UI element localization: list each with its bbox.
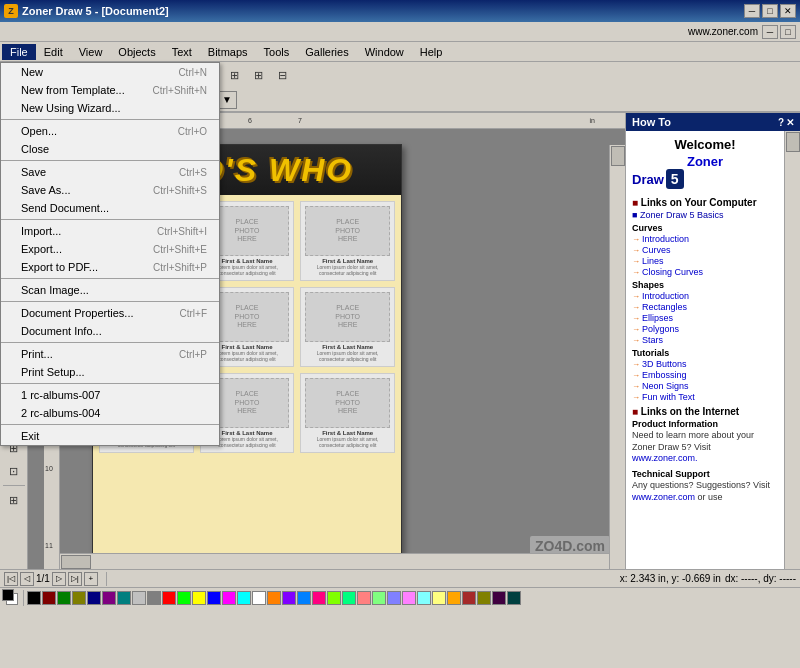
add-page-btn[interactable]: +	[84, 572, 98, 586]
menu-send-document[interactable]: Send Document...	[1, 199, 219, 217]
menu-exit[interactable]: Exit	[1, 427, 219, 445]
menu-bitmaps[interactable]: Bitmaps	[200, 44, 256, 60]
menu-galleries[interactable]: Galleries	[297, 44, 356, 60]
color-white[interactable]	[252, 591, 266, 605]
color-teal[interactable]	[507, 591, 521, 605]
menu-text[interactable]: Text	[164, 44, 200, 60]
closing-curves-link[interactable]: →Closing Curves	[632, 267, 778, 277]
3d-buttons-link[interactable]: →3D Buttons	[632, 359, 778, 369]
color-magenta[interactable]	[222, 591, 236, 605]
tb-grid-btn2[interactable]: ⊞	[247, 64, 269, 86]
menu-export-pdf[interactable]: Export to PDF...Ctrl+Shift+P	[1, 258, 219, 276]
embossing-link[interactable]: →Embossing	[632, 370, 778, 380]
color-salmon[interactable]	[357, 591, 371, 605]
color-periwinkle[interactable]	[387, 591, 401, 605]
color-blue[interactable]	[207, 591, 221, 605]
color-silver[interactable]	[132, 591, 146, 605]
menu-export[interactable]: Export...Ctrl+Shift+E	[1, 240, 219, 258]
lines-link[interactable]: →Lines	[632, 256, 778, 266]
color-darkblue[interactable]	[87, 591, 101, 605]
color-darkred[interactable]	[42, 591, 56, 605]
menu-print[interactable]: Print...Ctrl+P	[1, 345, 219, 363]
color-violet[interactable]	[282, 591, 296, 605]
extra-tool[interactable]: ⊞	[3, 489, 25, 511]
neon-signs-link[interactable]: →Neon Signs	[632, 381, 778, 391]
color-gold[interactable]	[447, 591, 461, 605]
menu-file[interactable]: File	[2, 44, 36, 60]
menu-open[interactable]: Open...Ctrl+O	[1, 122, 219, 140]
menu-view[interactable]: View	[71, 44, 111, 60]
last-page-btn[interactable]: ▷|	[68, 572, 82, 586]
menu-new[interactable]: NewCtrl+N	[1, 63, 219, 81]
howto-close-btn[interactable]: ✕	[786, 117, 794, 128]
menu-new-template[interactable]: New from Template...Ctrl+Shift+N	[1, 81, 219, 99]
color-aqua[interactable]	[417, 591, 431, 605]
menu-help[interactable]: Help	[412, 44, 451, 60]
right-panel-scrollbar-thumb[interactable]	[786, 132, 800, 152]
menu-window[interactable]: Window	[357, 44, 412, 60]
color-red[interactable]	[162, 591, 176, 605]
sub-minimize-button[interactable]: ─	[762, 25, 778, 39]
color-darkyellow[interactable]	[72, 591, 86, 605]
color-orchid[interactable]	[402, 591, 416, 605]
menu-save-as[interactable]: Save As...Ctrl+Shift+S	[1, 181, 219, 199]
color-lightgreen[interactable]	[372, 591, 386, 605]
howto-help-btn[interactable]: ?	[778, 117, 784, 128]
contour-tool[interactable]: ⊡	[3, 460, 25, 482]
canvas-scrollbar-h[interactable]	[60, 553, 609, 569]
polygons-link[interactable]: →Polygons	[632, 324, 778, 334]
scrollbar-thumb[interactable]	[611, 146, 625, 166]
menu-close[interactable]: Close	[1, 140, 219, 158]
tb-grid-btn1[interactable]: ⊞	[223, 64, 245, 86]
zoner-link-2[interactable]: www.zoner.com	[632, 492, 695, 502]
close-button[interactable]: ✕	[780, 4, 796, 18]
menu-recent-2[interactable]: 2 rc-albums-004	[1, 404, 219, 422]
color-green[interactable]	[177, 591, 191, 605]
next-page-btn[interactable]: ▷	[52, 572, 66, 586]
color-lime[interactable]	[327, 591, 341, 605]
color-lightyellow[interactable]	[432, 591, 446, 605]
color-pink[interactable]	[312, 591, 326, 605]
sub-restore-button[interactable]: □	[780, 25, 796, 39]
menu-doc-info[interactable]: Document Info...	[1, 322, 219, 340]
color-black[interactable]	[27, 591, 41, 605]
color-olive[interactable]	[477, 591, 491, 605]
color-darkgreen[interactable]	[57, 591, 71, 605]
curve-intro-link[interactable]: →Introduction	[632, 234, 778, 244]
menu-edit[interactable]: Edit	[36, 44, 71, 60]
menu-import[interactable]: Import...Ctrl+Shift+I	[1, 222, 219, 240]
color-yellow[interactable]	[192, 591, 206, 605]
color-lightblue[interactable]	[297, 591, 311, 605]
menu-scan-image[interactable]: Scan Image...	[1, 281, 219, 299]
canvas-scrollbar-v[interactable]	[609, 145, 625, 569]
color-maroon[interactable]	[492, 591, 506, 605]
scrollbar-hthumb[interactable]	[61, 555, 91, 569]
first-page-btn[interactable]: |◁	[4, 572, 18, 586]
stars-link[interactable]: →Stars	[632, 335, 778, 345]
menu-recent-1[interactable]: 1 rc-albums-007	[1, 386, 219, 404]
rectangles-link[interactable]: →Rectangles	[632, 302, 778, 312]
color-cyan[interactable]	[237, 591, 251, 605]
curves-link[interactable]: →Curves	[632, 245, 778, 255]
ellipses-link[interactable]: →Ellipses	[632, 313, 778, 323]
minimize-button[interactable]: ─	[744, 4, 760, 18]
menu-tools[interactable]: Tools	[256, 44, 298, 60]
menu-objects[interactable]: Objects	[110, 44, 163, 60]
color-darkpurple[interactable]	[102, 591, 116, 605]
zoner-link-1[interactable]: www.zoner.com.	[632, 453, 698, 463]
foreground-background-colors[interactable]	[2, 589, 20, 607]
tb-grid-btn3[interactable]: ⊟	[271, 64, 293, 86]
fun-with-text-link[interactable]: →Fun with Text	[632, 392, 778, 402]
menu-doc-properties[interactable]: Document Properties...Ctrl+F	[1, 304, 219, 322]
color-gray[interactable]	[147, 591, 161, 605]
prev-page-btn[interactable]: ◁	[20, 572, 34, 586]
shapes-intro-link[interactable]: →Introduction	[632, 291, 778, 301]
menu-save[interactable]: SaveCtrl+S	[1, 163, 219, 181]
color-orange[interactable]	[267, 591, 281, 605]
right-panel-scrollbar[interactable]	[784, 131, 800, 569]
restore-button[interactable]: □	[762, 4, 778, 18]
color-brown[interactable]	[462, 591, 476, 605]
color-darkcyan[interactable]	[117, 591, 131, 605]
menu-new-wizard[interactable]: New Using Wizard...	[1, 99, 219, 117]
menu-print-setup[interactable]: Print Setup...	[1, 363, 219, 381]
